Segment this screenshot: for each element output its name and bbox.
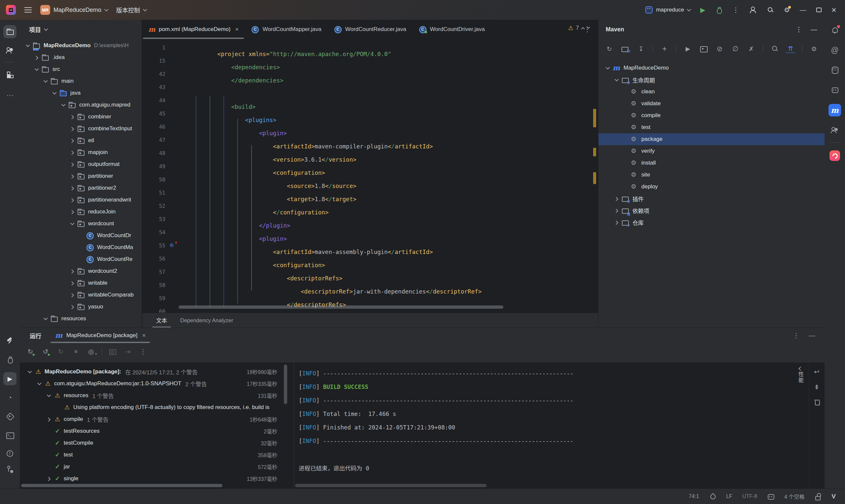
scrollbar-warning-mark[interactable] bbox=[593, 148, 596, 156]
vcs-widget[interactable]: 版本控制 bbox=[116, 6, 146, 14]
database-button[interactable] bbox=[828, 63, 841, 76]
build-tree-row[interactable]: ⚠ resources 1 个警告 131毫秒 bbox=[20, 390, 291, 401]
terminal-tool-button[interactable] bbox=[3, 429, 17, 442]
sync-icon[interactable]: ↻ bbox=[605, 44, 614, 53]
maven-hide-icon[interactable]: — bbox=[811, 26, 817, 33]
gutter-icon[interactable] bbox=[170, 109, 180, 118]
line-number[interactable]: 1 bbox=[142, 44, 170, 51]
line-number[interactable]: 52 bbox=[142, 203, 170, 209]
line-number[interactable]: 50 bbox=[142, 177, 170, 183]
gutter-icon[interactable] bbox=[170, 281, 180, 289]
run-button[interactable]: ▶ bbox=[700, 6, 705, 13]
tab-text-view[interactable]: 文本 bbox=[151, 313, 172, 327]
project-tree-row[interactable]: partitioner bbox=[20, 170, 142, 182]
gutter-icon[interactable] bbox=[170, 241, 180, 249]
maven-tree-row[interactable]: test bbox=[598, 121, 825, 133]
tree-horizontal-scrollbar[interactable] bbox=[21, 484, 223, 487]
scrollbar-warning-mark[interactable] bbox=[593, 109, 596, 127]
chevron-left-icon[interactable] bbox=[798, 366, 803, 371]
line-number[interactable]: 56 bbox=[142, 256, 170, 262]
project-widget[interactable]: MR MapReduceDemo bbox=[40, 5, 108, 15]
run-hide-icon[interactable]: — bbox=[809, 332, 815, 339]
file-encoding[interactable]: UTF-8 bbox=[742, 493, 757, 499]
build-tree-row[interactable]: ⚠ Using platform encoding (UTF-8 actuall… bbox=[20, 401, 291, 413]
gutter-icon[interactable] bbox=[170, 189, 180, 197]
project-tree-row[interactable]: outputformat bbox=[20, 158, 142, 170]
scroll-to-end-icon[interactable]: ⇟ bbox=[812, 382, 822, 392]
line-number[interactable]: 43 bbox=[142, 84, 170, 90]
next-warning-icon[interactable] bbox=[586, 25, 590, 29]
project-tree-row[interactable]: wordcount bbox=[20, 218, 142, 230]
project-panel-header[interactable]: 项目 bbox=[20, 20, 142, 39]
gutter-icon[interactable] bbox=[170, 228, 180, 236]
gutter-icon[interactable] bbox=[170, 307, 180, 313]
reload-projects-icon[interactable] bbox=[621, 46, 629, 52]
maven-tool-button[interactable] bbox=[828, 104, 841, 117]
maven-tree-row[interactable]: clean bbox=[598, 86, 825, 97]
offline-mode-icon[interactable]: ⊘ bbox=[715, 44, 724, 53]
project-tree-row[interactable]: src bbox=[20, 63, 142, 75]
prev-warning-icon[interactable] bbox=[581, 27, 584, 31]
project-tree-row[interactable]: partitioner2 bbox=[20, 182, 142, 194]
line-number[interactable]: 58 bbox=[142, 282, 170, 288]
maven-tree-row[interactable]: 生命周期 bbox=[598, 74, 825, 86]
problems-tool-button[interactable] bbox=[3, 447, 17, 460]
project-tree-row[interactable]: etl bbox=[20, 134, 142, 146]
line-number[interactable]: 55 bbox=[142, 242, 170, 249]
minimize-button[interactable]: — bbox=[800, 6, 806, 13]
assistant-button[interactable] bbox=[828, 83, 841, 96]
build-console[interactable]: [INFO] ---------------------------------… bbox=[294, 362, 792, 488]
project-tree-row[interactable]: WordCountMa bbox=[20, 241, 142, 253]
search-icon[interactable] bbox=[767, 6, 774, 14]
run-tool-button[interactable]: ▶ bbox=[3, 372, 17, 385]
project-tree-row[interactable]: com.atguigu.mapred bbox=[20, 99, 142, 111]
project-tree-row[interactable]: reduceJoin bbox=[20, 206, 142, 218]
maven-tree-row[interactable]: compile bbox=[598, 109, 825, 121]
line-number[interactable]: 59 bbox=[142, 295, 170, 302]
build-tree-row[interactable]: ✓ jar 572毫秒 bbox=[20, 461, 291, 473]
collapse-all-icon[interactable]: ✗ bbox=[747, 44, 756, 53]
maven-tree-row[interactable]: 插件 bbox=[598, 193, 825, 204]
gutter-icon[interactable] bbox=[170, 96, 180, 104]
gutter-icon[interactable] bbox=[170, 202, 180, 210]
debug-button[interactable] bbox=[715, 6, 723, 14]
build-tree-row[interactable]: ✓ testCompile 32毫秒 bbox=[20, 437, 291, 449]
notifications-button[interactable] bbox=[828, 24, 841, 37]
build-tree-row[interactable]: ✓ testResources 2毫秒 bbox=[20, 425, 291, 437]
project-tree-row[interactable]: WordCountDr bbox=[20, 230, 142, 241]
export-icon[interactable]: ⇥ bbox=[123, 347, 133, 356]
run-maven-icon[interactable]: ▶ bbox=[684, 44, 692, 53]
line-number[interactable]: 57 bbox=[142, 269, 170, 275]
project-tree-row[interactable]: combiner bbox=[20, 111, 142, 123]
line-number[interactable]: 46 bbox=[142, 124, 170, 130]
tab-wordcountdriver[interactable]: WordCountDriver.java bbox=[412, 20, 491, 39]
clear-console-icon[interactable] bbox=[813, 398, 821, 406]
gutter-icon[interactable] bbox=[170, 123, 180, 131]
learn-tool-button[interactable] bbox=[3, 43, 17, 57]
maven-options-icon[interactable]: ⋮ bbox=[795, 25, 802, 33]
editor-horizontal-scrollbar[interactable] bbox=[179, 305, 504, 309]
gutter-icon[interactable] bbox=[170, 268, 180, 276]
download-sources-icon[interactable]: ↧ bbox=[637, 44, 645, 53]
maven-tree-row[interactable]: 依赖项 bbox=[598, 204, 825, 216]
debug-tool-button[interactable] bbox=[3, 353, 17, 366]
project-tree-row[interactable]: partitionerandwrit bbox=[20, 194, 142, 206]
maven-tree-row[interactable]: site bbox=[598, 169, 825, 181]
settings-gear-icon[interactable]: ⚙ bbox=[784, 6, 790, 13]
line-number[interactable]: 60 bbox=[142, 308, 170, 313]
assistant-status-icon[interactable] bbox=[767, 493, 774, 500]
add-icon[interactable]: + bbox=[660, 44, 669, 53]
maven-settings-icon[interactable]: ⚙ bbox=[810, 44, 818, 53]
inspections-widget[interactable]: ⚠ 7 bbox=[568, 24, 589, 32]
project-tree-row[interactable]: combineTextInput bbox=[20, 123, 142, 134]
vim-mode-icon[interactable]: V bbox=[831, 493, 836, 500]
gutter-icon[interactable] bbox=[170, 149, 180, 157]
project-tree-row[interactable]: java bbox=[20, 87, 142, 99]
scrollbar-warning-mark[interactable] bbox=[593, 172, 596, 184]
line-number[interactable]: 42 bbox=[142, 71, 170, 77]
line-number[interactable]: 51 bbox=[142, 190, 170, 196]
add-user-icon[interactable] bbox=[749, 6, 757, 14]
project-tree-row[interactable]: writableComparab bbox=[20, 289, 142, 301]
build-tree-row[interactable]: ✓ single 13秒337毫秒 bbox=[20, 473, 291, 485]
dependency-analyzer-icon[interactable] bbox=[771, 45, 779, 52]
